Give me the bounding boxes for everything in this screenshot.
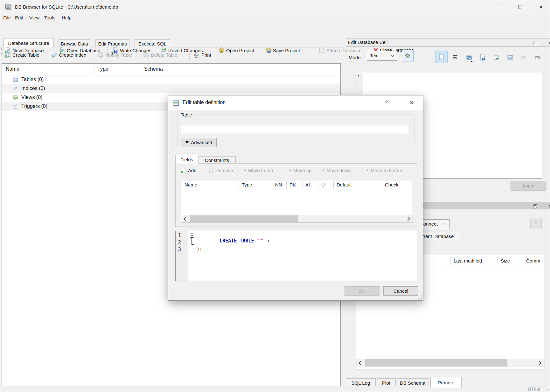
apply-button[interactable]: Apply	[511, 181, 546, 191]
tree-column-type[interactable]: Type	[97, 66, 108, 72]
column-divider[interactable]	[286, 181, 287, 189]
tab-browse-data[interactable]: Browse Data	[59, 39, 90, 47]
tree-column-name[interactable]: Name	[6, 66, 19, 72]
window-close-button[interactable]	[532, 0, 550, 14]
menu-tools[interactable]: Tools	[44, 15, 55, 20]
column-divider[interactable]	[498, 256, 498, 265]
resize-grip[interactable]	[546, 388, 549, 392]
create-table-button[interactable]: Create Table	[5, 52, 39, 58]
column-divider[interactable]	[318, 181, 318, 189]
col-type[interactable]: Type	[242, 182, 252, 187]
dialog-help-button[interactable]: ?	[381, 98, 392, 108]
dock-close-icon[interactable]	[549, 205, 550, 208]
word-wrap-button[interactable]	[450, 52, 461, 63]
col-name[interactable]: Name	[184, 182, 197, 187]
export-data-button[interactable]	[477, 52, 488, 63]
column-divider[interactable]	[141, 65, 141, 74]
add-field-button[interactable]: Add	[181, 168, 197, 173]
tab-label: Plot	[382, 380, 390, 386]
column-divider[interactable]	[450, 256, 451, 265]
tab-execute-sql[interactable]: Execute SQL	[135, 39, 170, 47]
menu-help[interactable]: Help	[62, 15, 72, 20]
column-divider[interactable]	[523, 256, 523, 265]
cell-mode-text-button[interactable]	[435, 51, 448, 63]
scroll-left-icon[interactable]	[359, 361, 363, 365]
column-divider[interactable]	[94, 65, 94, 74]
menu-view[interactable]: View	[29, 15, 39, 20]
tab-database-structure[interactable]: Database Structure	[3, 38, 54, 47]
cancel-button[interactable]: Cancel	[383, 286, 418, 296]
column-divider[interactable]	[302, 181, 303, 189]
remote-column-last-modified[interactable]: Last modified	[454, 258, 482, 263]
modify-table-button[interactable]: Modify Table	[98, 52, 132, 58]
structure-toolbar: Create Table Create Index Modify Table D…	[0, 47, 344, 63]
column-divider[interactable]	[272, 181, 272, 189]
app-icon	[4, 3, 12, 11]
encoding-indicator[interactable]: UTF-8	[528, 387, 540, 392]
col-nn[interactable]: NN	[275, 182, 282, 187]
move-up-button[interactable]: Move up	[289, 168, 312, 173]
dialog-close-button[interactable]	[406, 98, 417, 108]
open-file-icon	[466, 54, 472, 60]
tab-edit-pragmas[interactable]: Edit Pragmas	[95, 39, 129, 47]
menu-file[interactable]: File	[3, 15, 11, 20]
dock-float-icon[interactable]	[533, 204, 537, 208]
copy-image-button[interactable]	[505, 52, 515, 63]
tree-row-tables[interactable]: Tables (0)	[2, 75, 340, 84]
mode-settings-button[interactable]	[402, 50, 414, 61]
dialog-tab-constraints[interactable]: Constraints	[198, 156, 236, 164]
dock-close-icon[interactable]	[549, 41, 550, 45]
mode-combobox[interactable]: Text	[367, 51, 397, 61]
open-in-app-button[interactable]	[491, 52, 502, 63]
remove-field-button[interactable]: Remove	[208, 168, 233, 173]
col-ai[interactable]: AI	[305, 182, 310, 187]
table-name-input[interactable]	[181, 125, 408, 134]
create-index-button[interactable]: Create Index	[51, 52, 86, 58]
scrollbar-thumb[interactable]	[365, 359, 507, 367]
print-button[interactable]: Print	[194, 52, 211, 58]
col-pk[interactable]: PK	[289, 182, 296, 187]
remote-h-scrollbar[interactable]	[356, 359, 545, 367]
tree-row-indices[interactable]: Indices (0)	[2, 84, 340, 93]
help-icon: ?	[385, 100, 387, 106]
move-to-bottom-button[interactable]: Move to bottom	[366, 168, 403, 173]
column-divider[interactable]	[382, 181, 382, 189]
move-to-top-label: Move to top	[248, 168, 273, 173]
scrollbar-thumb[interactable]	[190, 215, 298, 222]
set-null-button[interactable]	[519, 53, 528, 62]
col-u[interactable]: U	[321, 182, 325, 187]
dialog-tab-fields[interactable]: Fields	[175, 155, 198, 164]
chevron-down-icon	[443, 222, 446, 225]
fields-h-scrollbar[interactable]	[182, 215, 413, 222]
delete-table-button[interactable]: Delete Table	[143, 52, 177, 58]
import-data-button[interactable]	[463, 52, 474, 63]
tree-item-label: Views (0)	[21, 94, 42, 100]
column-divider[interactable]	[239, 181, 239, 189]
scroll-right-icon[interactable]	[406, 217, 410, 221]
ok-button[interactable]: OK	[345, 286, 379, 296]
tree-column-schema[interactable]: Schema	[144, 66, 163, 72]
col-default[interactable]: Default	[337, 182, 352, 187]
scroll-left-icon[interactable]	[184, 217, 188, 221]
move-to-top-button[interactable]: Move to top	[244, 168, 273, 173]
menu-edit[interactable]: Edit	[15, 15, 23, 20]
remote-column-commit[interactable]: Comm	[526, 258, 540, 263]
scroll-right-icon[interactable]	[537, 361, 541, 365]
column-divider[interactable]	[333, 181, 334, 189]
maximize-button[interactable]	[511, 0, 530, 14]
line-number: 1	[178, 233, 181, 238]
move-down-button[interactable]: Move down	[322, 168, 351, 173]
col-check[interactable]: Check	[385, 182, 399, 187]
dialog-resize-grip[interactable]	[418, 295, 422, 299]
tab-remote[interactable]: Remote	[430, 377, 462, 388]
create-index-icon	[51, 52, 57, 58]
remote-column-size[interactable]: Size	[501, 258, 510, 263]
remote-clone-button[interactable]	[530, 219, 542, 229]
print-cell-button[interactable]	[532, 52, 543, 63]
print-label: Print	[201, 52, 211, 58]
dock-float-icon[interactable]	[533, 41, 537, 45]
minimize-button[interactable]	[490, 0, 509, 14]
edit-cell-dock-header: Edit Database Cell	[346, 38, 550, 47]
create-table-label: Create Table	[12, 52, 39, 58]
advanced-toggle-button[interactable]: Advanced	[181, 138, 217, 147]
